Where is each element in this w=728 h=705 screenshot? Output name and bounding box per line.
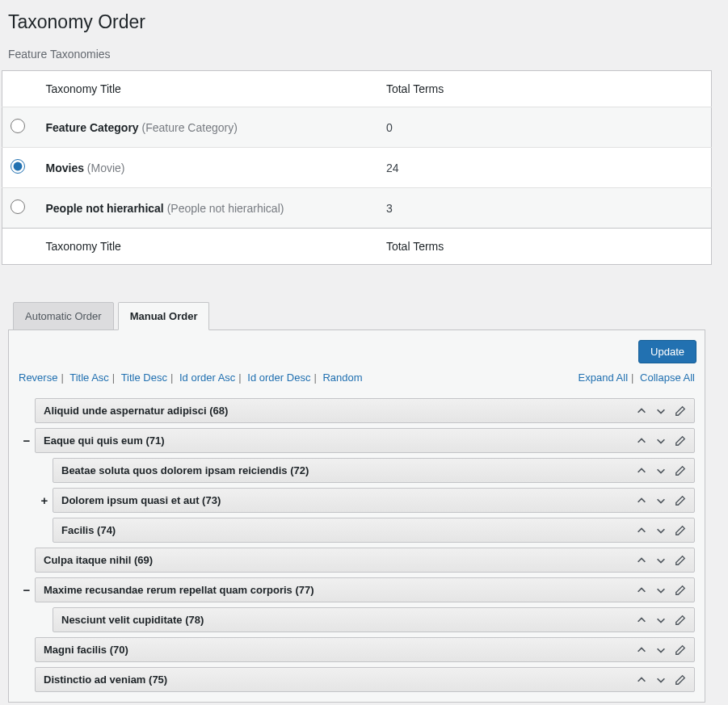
chevron-up-icon[interactable] xyxy=(636,525,647,536)
title-desc-link[interactable]: Title Desc xyxy=(121,371,167,384)
term-item[interactable]: Dolorem ipsum quasi et aut (73) xyxy=(53,488,695,513)
term-count: (69) xyxy=(134,554,153,566)
id-desc-link[interactable]: Id order Desc xyxy=(247,371,310,384)
term-item[interactable]: Eaque qui quis eum (71) xyxy=(35,428,695,453)
chevron-up-icon[interactable] xyxy=(636,435,647,447)
term-count: (71) xyxy=(145,434,164,447)
chevron-down-icon[interactable] xyxy=(655,465,667,476)
chevron-down-icon[interactable] xyxy=(655,615,667,626)
term-count: (73) xyxy=(202,494,221,506)
term-title: Dolorem ipsum quasi et aut (73) xyxy=(61,494,629,506)
expand-icon[interactable]: + xyxy=(36,494,53,506)
edit-icon[interactable] xyxy=(675,525,686,536)
chevron-down-icon[interactable] xyxy=(655,674,667,686)
page-title: Taxonomy Order xyxy=(8,4,712,33)
tab-manual-order[interactable]: Manual Order xyxy=(118,302,210,330)
term-title: Eaque qui quis eum (71) xyxy=(44,434,629,447)
tab-automatic-order[interactable]: Automatic Order xyxy=(13,302,114,330)
random-link[interactable]: Random xyxy=(322,371,362,384)
tree-node: −Culpa itaque nihil (69) xyxy=(19,548,695,573)
taxonomy-slug: (Feature Category) xyxy=(142,121,238,134)
tree-node: −Maxime recusandae rerum repellat quam c… xyxy=(19,577,695,632)
term-item[interactable]: Culpa itaque nihil (69) xyxy=(35,548,695,573)
expand-all-link[interactable]: Expand All xyxy=(579,371,628,384)
term-count: (78) xyxy=(185,614,204,626)
chevron-up-icon[interactable] xyxy=(636,585,647,596)
term-item[interactable]: Aliquid unde aspernatur adipisci (68) xyxy=(35,398,695,423)
term-title: Aliquid unde aspernatur adipisci (68) xyxy=(44,405,629,417)
sort-links: Reverse| Title Asc| Title Desc| Id order… xyxy=(19,371,363,384)
edit-icon[interactable] xyxy=(675,644,686,656)
term-item[interactable]: Facilis (74) xyxy=(53,518,695,543)
tree-node: −Eaque qui quis eum (71)−Beatae soluta q… xyxy=(19,428,695,543)
term-count: (74) xyxy=(97,524,116,536)
taxonomy-title: Movies xyxy=(46,162,87,174)
chevron-down-icon[interactable] xyxy=(655,495,667,506)
term-title: Beatae soluta quos dolorem ipsam reicien… xyxy=(61,464,629,476)
tree-node: −Nesciunt velit cupiditate (78) xyxy=(36,607,695,632)
chevron-up-icon[interactable] xyxy=(636,615,647,626)
chevron-down-icon[interactable] xyxy=(655,525,667,536)
col-total-terms: Total Terms xyxy=(378,71,712,107)
term-item[interactable]: Distinctio ad veniam (75) xyxy=(35,667,695,692)
term-count: (68) xyxy=(209,405,228,417)
term-item[interactable]: Nesciunt velit cupiditate (78) xyxy=(53,607,695,632)
col-total-terms-footer: Total Terms xyxy=(378,229,712,265)
chevron-up-icon[interactable] xyxy=(636,555,647,566)
table-row[interactable]: Feature Category (Feature Category)0 xyxy=(2,107,712,148)
table-row[interactable]: People not hierarhical (People not hiera… xyxy=(2,188,712,229)
chevron-down-icon[interactable] xyxy=(655,585,667,596)
chevron-up-icon[interactable] xyxy=(636,465,647,476)
tree-node: −Distinctio ad veniam (75) xyxy=(19,667,695,692)
update-button[interactable]: Update xyxy=(638,340,696,363)
tree-node: +Dolorem ipsum quasi et aut (73) xyxy=(36,488,695,513)
taxonomy-title: Feature Category xyxy=(46,121,142,134)
taxonomy-radio[interactable] xyxy=(11,199,25,214)
tree-node: −Beatae soluta quos dolorem ipsam reicie… xyxy=(36,458,695,483)
chevron-up-icon[interactable] xyxy=(636,495,647,506)
manual-order-panel: Update Reverse| Title Asc| Title Desc| I… xyxy=(8,329,705,703)
collapse-icon[interactable]: − xyxy=(19,434,35,447)
term-title: Maxime recusandae rerum repellat quam co… xyxy=(44,584,629,596)
tree-node: −Facilis (74) xyxy=(36,518,695,543)
taxonomy-radio[interactable] xyxy=(11,119,25,133)
term-item[interactable]: Maxime recusandae rerum repellat quam co… xyxy=(35,577,695,602)
chevron-down-icon[interactable] xyxy=(655,644,667,656)
chevron-down-icon[interactable] xyxy=(655,405,667,417)
taxonomy-slug: (People not hierarhical) xyxy=(167,202,284,215)
term-item[interactable]: Beatae soluta quos dolorem ipsam reicien… xyxy=(53,458,695,483)
edit-icon[interactable] xyxy=(675,674,686,686)
term-count: (77) xyxy=(295,584,314,596)
expand-collapse-links: Expand All| Collapse All xyxy=(579,371,695,384)
id-asc-link[interactable]: Id order Asc xyxy=(179,371,235,384)
edit-icon[interactable] xyxy=(675,495,686,506)
tabs: Automatic OrderManual Order xyxy=(2,301,712,329)
edit-icon[interactable] xyxy=(675,615,686,626)
chevron-up-icon[interactable] xyxy=(636,644,647,656)
term-item[interactable]: Magni facilis (70) xyxy=(35,637,695,662)
edit-icon[interactable] xyxy=(675,405,686,417)
chevron-up-icon[interactable] xyxy=(636,674,647,686)
term-count: (72) xyxy=(290,464,309,476)
edit-icon[interactable] xyxy=(675,465,686,476)
table-row[interactable]: Movies (Movie)24 xyxy=(2,148,712,188)
taxonomy-radio[interactable] xyxy=(11,159,25,174)
collapse-all-link[interactable]: Collapse All xyxy=(640,371,695,384)
chevron-down-icon[interactable] xyxy=(655,555,667,566)
term-title: Facilis (74) xyxy=(61,524,629,536)
tree-node: −Magni facilis (70) xyxy=(19,637,695,662)
edit-icon[interactable] xyxy=(675,585,686,596)
title-asc-link[interactable]: Title Asc xyxy=(69,371,109,384)
chevron-up-icon[interactable] xyxy=(636,405,647,417)
taxonomy-total: 0 xyxy=(378,107,712,148)
term-title: Distinctio ad veniam (75) xyxy=(44,674,629,686)
reverse-link[interactable]: Reverse xyxy=(19,371,57,384)
edit-icon[interactable] xyxy=(675,435,686,447)
chevron-down-icon[interactable] xyxy=(655,435,667,447)
term-title: Magni facilis (70) xyxy=(44,644,629,656)
term-tree: −Aliquid unde aspernatur adipisci (68)−E… xyxy=(9,398,705,702)
term-title: Culpa itaque nihil (69) xyxy=(44,554,629,566)
edit-icon[interactable] xyxy=(675,555,686,566)
term-count: (75) xyxy=(149,674,167,686)
collapse-icon[interactable]: − xyxy=(19,584,35,596)
